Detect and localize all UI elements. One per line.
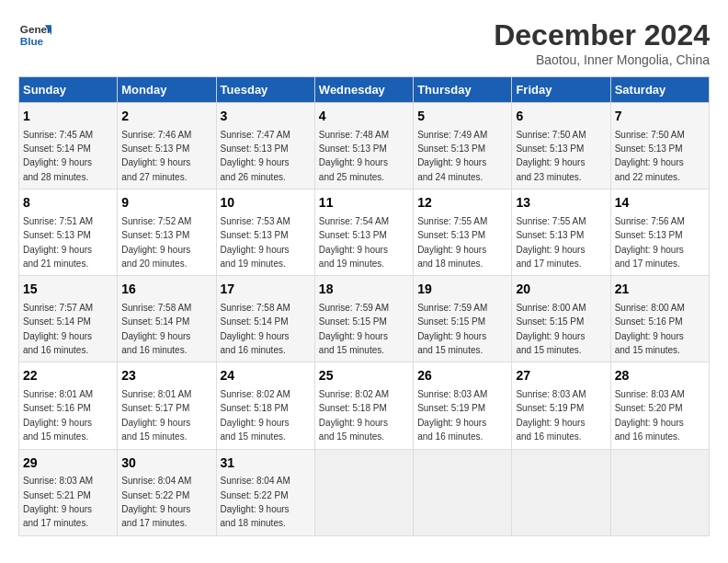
day-info: Sunrise: 8:03 AM Sunset: 5:19 PM Dayligh…	[516, 389, 586, 442]
col-header-thursday: Thursday	[414, 77, 512, 103]
day-cell: 14Sunrise: 7:56 AM Sunset: 5:13 PM Dayli…	[610, 190, 709, 276]
day-cell	[414, 449, 512, 535]
day-cell: 18Sunrise: 7:59 AM Sunset: 5:15 PM Dayli…	[314, 276, 413, 362]
day-cell: 12Sunrise: 7:55 AM Sunset: 5:13 PM Dayli…	[414, 190, 512, 276]
col-header-tuesday: Tuesday	[216, 77, 314, 103]
day-number: 18	[319, 281, 409, 299]
week-row-1: 1Sunrise: 7:45 AM Sunset: 5:14 PM Daylig…	[19, 103, 710, 190]
day-number: 27	[516, 367, 606, 385]
header: General Blue December 2024 Baotou, Inner…	[18, 18, 710, 67]
day-number: 28	[615, 367, 705, 385]
day-number: 11	[319, 194, 409, 213]
day-info: Sunrise: 8:04 AM Sunset: 5:22 PM Dayligh…	[221, 476, 290, 528]
logo-icon: General Blue	[18, 18, 51, 52]
day-cell: 22Sunrise: 8:01 AM Sunset: 5:16 PM Dayli…	[19, 362, 118, 449]
day-info: Sunrise: 7:50 AM Sunset: 5:13 PM Dayligh…	[516, 130, 586, 182]
day-cell: 28Sunrise: 8:03 AM Sunset: 5:20 PM Dayli…	[610, 362, 709, 449]
day-info: Sunrise: 7:58 AM Sunset: 5:14 PM Dayligh…	[121, 303, 191, 355]
day-info: Sunrise: 7:54 AM Sunset: 5:13 PM Dayligh…	[319, 216, 389, 269]
day-info: Sunrise: 8:01 AM Sunset: 5:16 PM Dayligh…	[23, 389, 93, 442]
week-row-5: 29Sunrise: 8:03 AM Sunset: 5:21 PM Dayli…	[19, 449, 710, 535]
day-cell: 21Sunrise: 8:00 AM Sunset: 5:16 PM Dayli…	[610, 276, 709, 362]
svg-text:Blue: Blue	[20, 35, 44, 47]
day-number: 31	[221, 454, 311, 473]
day-number: 2	[121, 108, 211, 126]
day-number: 19	[417, 281, 507, 299]
day-cell: 9Sunrise: 7:52 AM Sunset: 5:13 PM Daylig…	[118, 190, 216, 276]
day-cell	[610, 449, 709, 535]
day-info: Sunrise: 7:51 AM Sunset: 5:13 PM Dayligh…	[23, 216, 93, 269]
day-number: 10	[221, 194, 311, 213]
day-cell: 20Sunrise: 8:00 AM Sunset: 5:15 PM Dayli…	[512, 276, 610, 362]
day-number: 3	[221, 108, 311, 126]
day-cell: 27Sunrise: 8:03 AM Sunset: 5:19 PM Dayli…	[512, 362, 610, 449]
day-cell: 3Sunrise: 7:47 AM Sunset: 5:13 PM Daylig…	[216, 103, 314, 190]
day-cell: 17Sunrise: 7:58 AM Sunset: 5:14 PM Dayli…	[216, 276, 314, 362]
col-header-wednesday: Wednesday	[314, 77, 413, 103]
day-number: 12	[417, 194, 507, 213]
day-info: Sunrise: 8:03 AM Sunset: 5:20 PM Dayligh…	[615, 389, 685, 442]
day-info: Sunrise: 7:49 AM Sunset: 5:13 PM Dayligh…	[417, 130, 487, 182]
day-number: 9	[121, 194, 211, 213]
col-header-monday: Monday	[118, 77, 216, 103]
svg-text:General: General	[20, 23, 51, 35]
day-cell: 26Sunrise: 8:03 AM Sunset: 5:19 PM Dayli…	[414, 362, 512, 449]
day-number: 6	[516, 108, 606, 126]
day-info: Sunrise: 7:55 AM Sunset: 5:13 PM Dayligh…	[516, 216, 586, 269]
day-cell: 2Sunrise: 7:46 AM Sunset: 5:13 PM Daylig…	[118, 103, 216, 190]
day-cell: 31Sunrise: 8:04 AM Sunset: 5:22 PM Dayli…	[216, 449, 314, 535]
day-number: 25	[319, 367, 409, 385]
day-cell: 25Sunrise: 8:02 AM Sunset: 5:18 PM Dayli…	[314, 362, 413, 449]
day-cell: 8Sunrise: 7:51 AM Sunset: 5:13 PM Daylig…	[19, 190, 118, 276]
week-row-2: 8Sunrise: 7:51 AM Sunset: 5:13 PM Daylig…	[19, 190, 710, 276]
day-cell: 29Sunrise: 8:03 AM Sunset: 5:21 PM Dayli…	[19, 449, 118, 535]
day-info: Sunrise: 8:03 AM Sunset: 5:21 PM Dayligh…	[23, 476, 93, 528]
day-number: 30	[121, 454, 211, 473]
day-cell	[512, 449, 610, 535]
subtitle: Baotou, Inner Mongolia, China	[494, 52, 710, 67]
day-number: 1	[23, 108, 113, 126]
day-info: Sunrise: 7:46 AM Sunset: 5:13 PM Dayligh…	[121, 130, 191, 182]
day-cell: 1Sunrise: 7:45 AM Sunset: 5:14 PM Daylig…	[19, 103, 118, 190]
day-number: 4	[319, 108, 409, 126]
day-number: 7	[615, 108, 705, 126]
day-cell: 10Sunrise: 7:53 AM Sunset: 5:13 PM Dayli…	[216, 190, 314, 276]
day-number: 24	[221, 367, 311, 385]
day-cell: 13Sunrise: 7:55 AM Sunset: 5:13 PM Dayli…	[512, 190, 610, 276]
col-header-sunday: Sunday	[19, 77, 118, 103]
day-info: Sunrise: 8:02 AM Sunset: 5:18 PM Dayligh…	[221, 389, 290, 442]
day-number: 14	[615, 194, 705, 213]
day-info: Sunrise: 7:58 AM Sunset: 5:14 PM Dayligh…	[221, 303, 290, 355]
day-cell: 11Sunrise: 7:54 AM Sunset: 5:13 PM Dayli…	[314, 190, 413, 276]
day-info: Sunrise: 7:59 AM Sunset: 5:15 PM Dayligh…	[417, 303, 487, 355]
day-number: 15	[23, 281, 113, 299]
day-info: Sunrise: 8:04 AM Sunset: 5:22 PM Dayligh…	[121, 476, 191, 528]
day-info: Sunrise: 7:56 AM Sunset: 5:13 PM Dayligh…	[615, 216, 685, 269]
day-info: Sunrise: 8:00 AM Sunset: 5:16 PM Dayligh…	[615, 303, 685, 355]
day-number: 20	[516, 281, 606, 299]
day-cell: 24Sunrise: 8:02 AM Sunset: 5:18 PM Dayli…	[216, 362, 314, 449]
day-number: 5	[417, 108, 507, 126]
day-info: Sunrise: 8:03 AM Sunset: 5:19 PM Dayligh…	[417, 389, 487, 442]
day-info: Sunrise: 8:02 AM Sunset: 5:18 PM Dayligh…	[319, 389, 389, 442]
day-info: Sunrise: 7:52 AM Sunset: 5:13 PM Dayligh…	[121, 216, 191, 269]
day-info: Sunrise: 7:55 AM Sunset: 5:13 PM Dayligh…	[417, 216, 487, 269]
day-info: Sunrise: 8:00 AM Sunset: 5:15 PM Dayligh…	[516, 303, 586, 355]
main-title: December 2024	[494, 18, 710, 52]
day-info: Sunrise: 7:45 AM Sunset: 5:14 PM Dayligh…	[23, 130, 93, 182]
day-number: 21	[615, 281, 705, 299]
day-info: Sunrise: 7:57 AM Sunset: 5:14 PM Dayligh…	[23, 303, 93, 355]
day-number: 17	[221, 281, 311, 299]
day-number: 13	[516, 194, 606, 213]
week-row-3: 15Sunrise: 7:57 AM Sunset: 5:14 PM Dayli…	[19, 276, 710, 362]
day-cell: 6Sunrise: 7:50 AM Sunset: 5:13 PM Daylig…	[512, 103, 610, 190]
day-number: 8	[23, 194, 113, 213]
week-row-4: 22Sunrise: 8:01 AM Sunset: 5:16 PM Dayli…	[19, 362, 710, 449]
day-number: 23	[121, 367, 211, 385]
day-cell: 4Sunrise: 7:48 AM Sunset: 5:13 PM Daylig…	[314, 103, 413, 190]
day-cell: 30Sunrise: 8:04 AM Sunset: 5:22 PM Dayli…	[118, 449, 216, 535]
header-row: SundayMondayTuesdayWednesdayThursdayFrid…	[19, 77, 710, 103]
day-number: 29	[23, 454, 113, 473]
day-info: Sunrise: 7:59 AM Sunset: 5:15 PM Dayligh…	[319, 303, 389, 355]
day-info: Sunrise: 8:01 AM Sunset: 5:17 PM Dayligh…	[121, 389, 191, 442]
